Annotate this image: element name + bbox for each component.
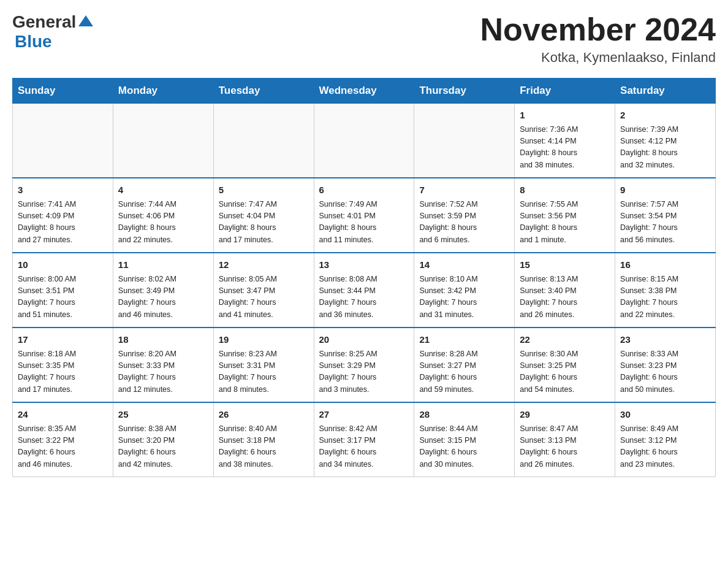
calendar-cell: 13Sunrise: 8:08 AM Sunset: 3:44 PM Dayli… <box>314 253 414 327</box>
calendar-cell: 21Sunrise: 8:28 AM Sunset: 3:27 PM Dayli… <box>414 327 515 402</box>
calendar-cell: 24Sunrise: 8:35 AM Sunset: 3:22 PM Dayli… <box>13 402 113 477</box>
day-info: Sunrise: 8:23 AM Sunset: 3:31 PM Dayligh… <box>219 348 309 396</box>
calendar-cell: 10Sunrise: 8:00 AM Sunset: 3:51 PM Dayli… <box>13 253 113 327</box>
calendar-cell: 2Sunrise: 7:39 AM Sunset: 4:12 PM Daylig… <box>615 104 716 178</box>
calendar-cell: 6Sunrise: 7:49 AM Sunset: 4:01 PM Daylig… <box>314 178 414 253</box>
day-number: 6 <box>319 183 409 197</box>
day-info: Sunrise: 8:25 AM Sunset: 3:29 PM Dayligh… <box>319 348 409 396</box>
weekday-header-row: SundayMondayTuesdayWednesdayThursdayFrid… <box>13 79 716 104</box>
day-info: Sunrise: 8:15 AM Sunset: 3:38 PM Dayligh… <box>620 274 710 321</box>
calendar-week-row: 17Sunrise: 8:18 AM Sunset: 3:35 PM Dayli… <box>13 327 716 402</box>
calendar-cell: 25Sunrise: 8:38 AM Sunset: 3:20 PM Dayli… <box>113 402 213 477</box>
day-info: Sunrise: 8:05 AM Sunset: 3:47 PM Dayligh… <box>219 274 309 321</box>
day-info: Sunrise: 8:35 AM Sunset: 3:22 PM Dayligh… <box>18 423 108 471</box>
day-number: 4 <box>118 183 208 197</box>
day-number: 23 <box>620 333 710 347</box>
location-title: Kotka, Kymenlaakso, Finland <box>480 50 716 66</box>
day-info: Sunrise: 8:33 AM Sunset: 3:23 PM Dayligh… <box>620 348 710 396</box>
weekday-header-thursday: Thursday <box>414 79 515 104</box>
day-info: Sunrise: 8:38 AM Sunset: 3:20 PM Dayligh… <box>118 423 208 471</box>
day-number: 28 <box>419 408 509 422</box>
calendar-week-row: 24Sunrise: 8:35 AM Sunset: 3:22 PM Dayli… <box>13 402 716 477</box>
day-info: Sunrise: 7:49 AM Sunset: 4:01 PM Dayligh… <box>319 199 409 247</box>
day-number: 7 <box>419 183 509 197</box>
day-number: 30 <box>620 408 710 422</box>
calendar-cell: 17Sunrise: 8:18 AM Sunset: 3:35 PM Dayli… <box>13 327 113 402</box>
calendar-cell: 14Sunrise: 8:10 AM Sunset: 3:42 PM Dayli… <box>414 253 515 327</box>
logo-icon <box>77 13 94 30</box>
calendar-week-row: 1Sunrise: 7:36 AM Sunset: 4:14 PM Daylig… <box>13 104 716 178</box>
day-info: Sunrise: 8:28 AM Sunset: 3:27 PM Dayligh… <box>419 348 509 396</box>
calendar-cell: 4Sunrise: 7:44 AM Sunset: 4:06 PM Daylig… <box>113 178 213 253</box>
day-info: Sunrise: 7:36 AM Sunset: 4:14 PM Dayligh… <box>520 124 610 172</box>
calendar-cell: 7Sunrise: 7:52 AM Sunset: 3:59 PM Daylig… <box>414 178 515 253</box>
day-info: Sunrise: 7:57 AM Sunset: 3:54 PM Dayligh… <box>620 199 710 247</box>
calendar-cell: 11Sunrise: 8:02 AM Sunset: 3:49 PM Dayli… <box>113 253 213 327</box>
day-number: 18 <box>118 333 208 347</box>
day-number: 15 <box>520 258 610 272</box>
logo-blue-text: Blue <box>15 32 52 51</box>
weekday-header-saturday: Saturday <box>615 79 716 104</box>
day-info: Sunrise: 8:47 AM Sunset: 3:13 PM Dayligh… <box>520 423 610 471</box>
day-info: Sunrise: 8:44 AM Sunset: 3:15 PM Dayligh… <box>419 423 509 471</box>
day-number: 16 <box>620 258 710 272</box>
day-info: Sunrise: 8:30 AM Sunset: 3:25 PM Dayligh… <box>520 348 610 396</box>
logo: General Blue <box>12 12 94 52</box>
calendar-cell: 27Sunrise: 8:42 AM Sunset: 3:17 PM Dayli… <box>314 402 414 477</box>
day-number: 17 <box>18 333 108 347</box>
weekday-header-friday: Friday <box>515 79 615 104</box>
calendar-cell <box>213 104 314 178</box>
day-info: Sunrise: 7:47 AM Sunset: 4:04 PM Dayligh… <box>219 199 309 247</box>
weekday-header-monday: Monday <box>113 79 213 104</box>
day-number: 8 <box>520 183 610 197</box>
calendar-cell: 15Sunrise: 8:13 AM Sunset: 3:40 PM Dayli… <box>515 253 615 327</box>
day-info: Sunrise: 8:42 AM Sunset: 3:17 PM Dayligh… <box>319 423 409 471</box>
day-number: 3 <box>18 183 108 197</box>
day-info: Sunrise: 8:00 AM Sunset: 3:51 PM Dayligh… <box>18 274 108 321</box>
day-info: Sunrise: 8:20 AM Sunset: 3:33 PM Dayligh… <box>118 348 208 396</box>
calendar-cell: 23Sunrise: 8:33 AM Sunset: 3:23 PM Dayli… <box>615 327 716 402</box>
day-number: 20 <box>319 333 409 347</box>
calendar-cell: 16Sunrise: 8:15 AM Sunset: 3:38 PM Dayli… <box>615 253 716 327</box>
calendar-week-row: 3Sunrise: 7:41 AM Sunset: 4:09 PM Daylig… <box>13 178 716 253</box>
weekday-header-wednesday: Wednesday <box>314 79 414 104</box>
calendar-cell: 5Sunrise: 7:47 AM Sunset: 4:04 PM Daylig… <box>213 178 314 253</box>
day-info: Sunrise: 8:08 AM Sunset: 3:44 PM Dayligh… <box>319 274 409 321</box>
day-number: 27 <box>319 408 409 422</box>
calendar-cell: 30Sunrise: 8:49 AM Sunset: 3:12 PM Dayli… <box>615 402 716 477</box>
calendar-cell: 26Sunrise: 8:40 AM Sunset: 3:18 PM Dayli… <box>213 402 314 477</box>
calendar-cell: 8Sunrise: 7:55 AM Sunset: 3:56 PM Daylig… <box>515 178 615 253</box>
day-number: 26 <box>219 408 309 422</box>
day-number: 22 <box>520 333 610 347</box>
calendar-table: SundayMondayTuesdayWednesdayThursdayFrid… <box>12 78 716 477</box>
calendar-cell <box>314 104 414 178</box>
weekday-header-tuesday: Tuesday <box>213 79 314 104</box>
calendar-cell <box>13 104 113 178</box>
day-number: 29 <box>520 408 610 422</box>
day-number: 9 <box>620 183 710 197</box>
title-block: November 2024 Kotka, Kymenlaakso, Finlan… <box>480 12 716 66</box>
day-number: 11 <box>118 258 208 272</box>
calendar-cell: 19Sunrise: 8:23 AM Sunset: 3:31 PM Dayli… <box>213 327 314 402</box>
day-number: 14 <box>419 258 509 272</box>
day-info: Sunrise: 8:18 AM Sunset: 3:35 PM Dayligh… <box>18 348 108 396</box>
day-info: Sunrise: 8:40 AM Sunset: 3:18 PM Dayligh… <box>219 423 309 471</box>
day-number: 24 <box>18 408 108 422</box>
day-number: 2 <box>620 109 710 123</box>
calendar-cell <box>414 104 515 178</box>
day-info: Sunrise: 7:44 AM Sunset: 4:06 PM Dayligh… <box>118 199 208 247</box>
day-number: 21 <box>419 333 509 347</box>
day-number: 5 <box>219 183 309 197</box>
day-number: 1 <box>520 109 610 123</box>
day-info: Sunrise: 8:49 AM Sunset: 3:12 PM Dayligh… <box>620 423 710 471</box>
calendar-cell: 12Sunrise: 8:05 AM Sunset: 3:47 PM Dayli… <box>213 253 314 327</box>
calendar-cell: 20Sunrise: 8:25 AM Sunset: 3:29 PM Dayli… <box>314 327 414 402</box>
svg-marker-0 <box>78 15 93 26</box>
calendar-cell <box>113 104 213 178</box>
day-info: Sunrise: 7:52 AM Sunset: 3:59 PM Dayligh… <box>419 199 509 247</box>
calendar-cell: 22Sunrise: 8:30 AM Sunset: 3:25 PM Dayli… <box>515 327 615 402</box>
day-number: 10 <box>18 258 108 272</box>
day-number: 12 <box>219 258 309 272</box>
day-info: Sunrise: 8:10 AM Sunset: 3:42 PM Dayligh… <box>419 274 509 321</box>
day-info: Sunrise: 7:41 AM Sunset: 4:09 PM Dayligh… <box>18 199 108 247</box>
